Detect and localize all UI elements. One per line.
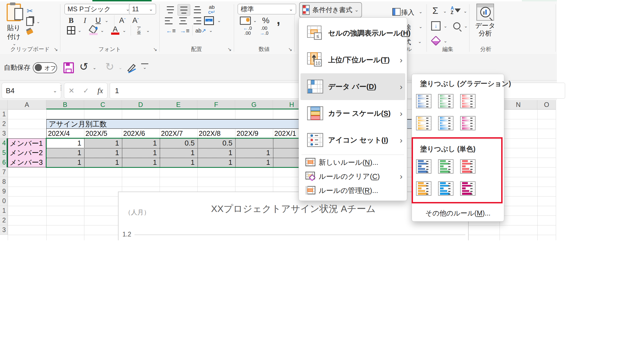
value-cell[interactable]: 1 [160,148,197,158]
align-middle-button[interactable] [178,4,190,16]
row-header-13[interactable]: 3 [0,225,8,235]
data-analysis-button[interactable]: データ 分析 [472,4,498,47]
value-cell[interactable]: 1 [84,148,122,158]
row-header-7[interactable]: 7 [0,167,8,177]
value-cell[interactable]: 1 [197,158,235,167]
borders-button[interactable] [66,26,76,35]
insert-button[interactable]: 挿入 [401,8,414,17]
qat-customize-button[interactable]: ⌄ [141,63,148,70]
gradient-swatch-1[interactable] [416,94,431,108]
conditional-formatting-button[interactable]: 条件付き書式 ⌄ [299,2,362,18]
select-all-corner[interactable] [0,100,8,109]
value-cell[interactable]: 1 [46,158,84,167]
menu-item-icon-sets[interactable]: アイコン セット(I) › [300,127,405,154]
row-header-2[interactable]: 2 [0,119,8,129]
menu-item-highlight-cells-rules[interactable]: ≤ セルの強調表示ルール(H) › [300,20,405,47]
undo-button[interactable]: ↺ [79,61,88,73]
column-header-N[interactable]: N [500,100,537,109]
clipboard-dialog-launcher[interactable]: ↘ [54,46,58,52]
sort-filter-button[interactable]: AZ [450,5,462,16]
row-header-3[interactable]: 3 [0,129,8,138]
menu-item-clear-rules[interactable]: ルールのクリア(C) › [300,170,405,183]
month-header-cell[interactable]: 202X/4 [46,129,84,138]
save-button[interactable] [63,62,73,73]
month-header-cell[interactable]: 202X/6 [122,129,160,138]
phonetic-button[interactable]: ア亜 [133,25,144,36]
percent-style-button[interactable]: % [260,15,271,26]
name-box[interactable]: B4 ⌄ [2,83,61,99]
gradient-swatch-6[interactable] [460,116,476,130]
font-name-select[interactable]: MS Pゴシック⌄ [65,4,133,14]
row-header-9[interactable]: 9 [0,187,8,196]
menu-item-data-bars[interactable]: データ バー(D) › [300,73,405,100]
row-header-11[interactable]: 1 [0,206,8,216]
value-cell[interactable]: 0.5 [160,138,197,148]
menu-item-color-scales[interactable]: カラー スケール(S) › [300,100,405,127]
accounting-format-button[interactable] [239,16,251,26]
gradient-swatch-5[interactable] [438,116,454,130]
align-bottom-button[interactable] [192,5,203,15]
value-cell[interactable]: 1 [84,158,122,167]
increase-indent-button[interactable]: →≡ [179,26,191,36]
more-rules-item[interactable]: その他のルール(M)... [412,207,504,219]
row-header-1[interactable]: 1 [0,109,8,119]
column-header-D[interactable]: D [122,100,160,109]
number-format-select[interactable]: 標準⌄ [238,4,296,14]
row-header-12[interactable]: 2 [0,216,8,225]
value-cell[interactable]: 1 [46,138,84,148]
insert-function-button[interactable]: fx [97,86,103,95]
decrease-indent-button[interactable]: ←≡ [165,26,177,36]
align-left-button[interactable] [165,16,176,26]
fill-button[interactable]: ↓ [430,21,441,31]
value-cell[interactable]: 1 [160,158,197,167]
column-header-G[interactable]: G [235,100,273,109]
format-painter-button[interactable] [24,27,35,37]
grow-font-button[interactable]: Aˆ [117,16,128,25]
month-header-cell[interactable]: 202X/7 [160,129,197,138]
cut-button[interactable]: ✂ [24,6,35,16]
cancel-icon[interactable]: ✕ [68,87,74,95]
column-header-F[interactable]: F [197,100,235,109]
bold-button[interactable]: B [66,16,76,25]
month-header-cell[interactable]: 202X/8 [197,129,235,138]
shrink-font-button[interactable]: Aˇ [130,16,141,25]
alignment-dialog-launcher[interactable]: ↘ [227,46,232,52]
merge-center-button[interactable]: ↔ [203,16,215,26]
name-box-splitter[interactable]: ⋮ [58,87,60,95]
align-right-button[interactable] [190,16,201,26]
number-dialog-launcher[interactable]: ↘ [288,46,292,52]
member-name-cell[interactable]: メンバー1 [8,138,46,148]
value-cell[interactable]: 1 [235,148,273,158]
member-name-cell[interactable]: メンバー3 [8,158,46,167]
column-header-B[interactable]: B [46,100,84,109]
value-cell[interactable]: 1 [235,158,273,167]
menu-item-manage-rules[interactable]: ルールの管理(R)... [300,184,405,197]
value-cell[interactable]: 1 [122,138,160,148]
align-top-button[interactable] [165,5,176,15]
autosave-toggle[interactable]: オフ [33,62,57,73]
gradient-swatch-4[interactable] [416,116,431,130]
enter-icon[interactable]: ✓ [83,87,89,95]
value-cell[interactable]: 1 [122,158,160,167]
underline-button[interactable]: U [93,16,103,25]
month-header-cell[interactable]: 202X/5 [84,129,122,138]
font-color-button[interactable]: A [110,25,121,36]
column-header-E[interactable]: E [160,100,197,109]
row-header-10[interactable]: 0 [0,196,8,206]
redo-button[interactable]: ↻ [105,61,114,73]
column-header-A[interactable]: A [8,100,46,109]
column-header-O[interactable]: O [537,100,556,109]
value-cell[interactable]: 1 [84,138,122,148]
decrease-decimal-button[interactable]: .00→.0 [257,26,271,36]
autosum-button[interactable]: Σ [430,5,441,16]
align-center-button[interactable] [178,16,189,26]
comma-style-button[interactable]: , [273,14,283,26]
fill-color-button[interactable] [88,25,99,36]
gradient-swatch-2[interactable] [438,94,454,108]
draw-pen-button[interactable] [126,62,137,73]
gradient-swatch-3[interactable] [460,94,476,108]
paste-button[interactable]: 貼り付け ⌄ [5,4,23,39]
value-cell[interactable]: 1 [122,148,160,158]
value-cell[interactable]: 1 [46,148,84,158]
find-select-button[interactable] [451,21,462,31]
